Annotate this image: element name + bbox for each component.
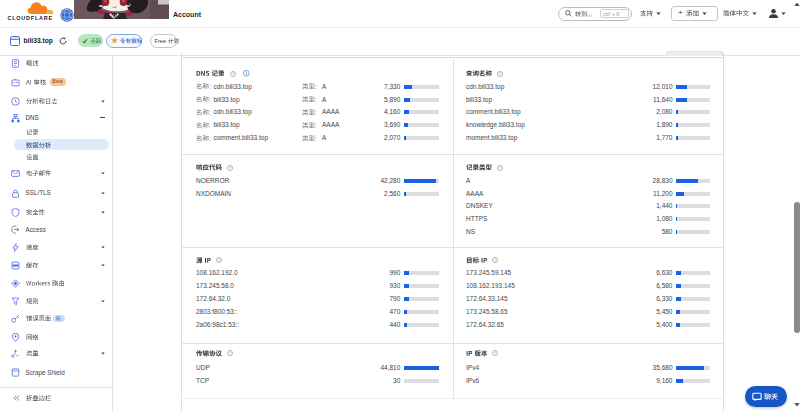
svg-text:CLOUDFLARE: CLOUDFLARE: [8, 15, 53, 21]
